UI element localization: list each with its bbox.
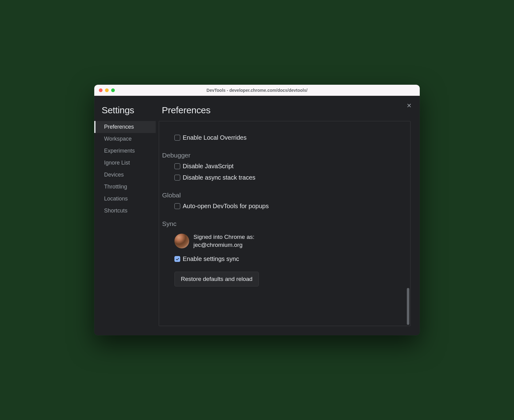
enable-local-overrides-option[interactable]: Enable Local Overrides <box>162 132 410 143</box>
enable-settings-sync-option[interactable]: Enable settings sync <box>162 253 410 264</box>
maximize-window-button[interactable] <box>111 88 115 92</box>
main-panel: Preferences Enable Local Overrides Debug… <box>156 96 420 335</box>
sidebar-item-label: Locations <box>104 196 128 202</box>
global-heading: Global <box>162 192 410 199</box>
settings-title: Settings <box>94 105 156 121</box>
checkbox-icon <box>174 256 180 262</box>
titlebar: DevTools - developer.chrome.com/docs/dev… <box>94 85 420 96</box>
sidebar-item-label: Preferences <box>104 124 134 130</box>
option-label: Enable settings sync <box>183 255 239 262</box>
window-title: DevTools - developer.chrome.com/docs/dev… <box>99 88 415 93</box>
sidebar-item-label: Devices <box>104 172 124 178</box>
sidebar-item-workspace[interactable]: Workspace <box>94 133 156 145</box>
settings-panel: Enable Local Overrides Debugger Disable … <box>159 121 411 326</box>
content: ✕ Settings Preferences Workspace Experim… <box>94 96 420 335</box>
close-window-button[interactable] <box>99 88 103 92</box>
sidebar-item-throttling[interactable]: Throttling <box>94 181 156 193</box>
sidebar-item-devices[interactable]: Devices <box>94 169 156 181</box>
auto-open-devtools-option[interactable]: Auto-open DevTools for popups <box>162 200 410 212</box>
sidebar-item-label: Workspace <box>104 136 132 142</box>
checkbox-icon <box>174 163 180 169</box>
option-label: Disable JavaScript <box>183 163 234 170</box>
option-label: Auto-open DevTools for popups <box>183 203 269 210</box>
checkbox-icon <box>174 135 180 141</box>
disable-async-stack-traces-option[interactable]: Disable async stack traces <box>162 172 410 183</box>
traffic-lights <box>99 88 115 92</box>
account-email: jec@chromium.org <box>193 241 255 249</box>
sidebar-item-experiments[interactable]: Experiments <box>94 145 156 157</box>
option-label: Disable async stack traces <box>183 174 255 181</box>
disable-javascript-option[interactable]: Disable JavaScript <box>162 160 410 172</box>
page-title: Preferences <box>159 105 411 121</box>
checkbox-icon <box>174 175 180 181</box>
sidebar-item-preferences[interactable]: Preferences <box>94 121 156 133</box>
devtools-settings-window: DevTools - developer.chrome.com/docs/dev… <box>94 85 420 335</box>
scrollbar[interactable] <box>407 288 409 325</box>
sidebar-item-label: Shortcuts <box>104 208 127 214</box>
sidebar-item-label: Throttling <box>104 184 127 190</box>
avatar <box>174 234 189 248</box>
minimize-window-button[interactable] <box>105 88 109 92</box>
sidebar-item-label: Ignore List <box>104 160 130 166</box>
sidebar-item-ignore-list[interactable]: Ignore List <box>94 157 156 169</box>
account-text: Signed into Chrome as: jec@chromium.org <box>193 233 255 249</box>
sidebar-item-locations[interactable]: Locations <box>94 193 156 205</box>
sidebar-item-label: Experiments <box>104 148 135 154</box>
option-label: Enable Local Overrides <box>183 134 247 141</box>
account-info: Signed into Chrome as: jec@chromium.org <box>162 229 410 253</box>
sync-heading: Sync <box>162 220 410 228</box>
restore-defaults-button[interactable]: Restore defaults and reload <box>174 272 259 286</box>
sidebar: Settings Preferences Workspace Experimen… <box>94 96 156 335</box>
debugger-heading: Debugger <box>162 152 410 159</box>
signed-in-label: Signed into Chrome as: <box>193 233 255 241</box>
checkbox-icon <box>174 203 180 209</box>
sidebar-item-shortcuts[interactable]: Shortcuts <box>94 205 156 217</box>
